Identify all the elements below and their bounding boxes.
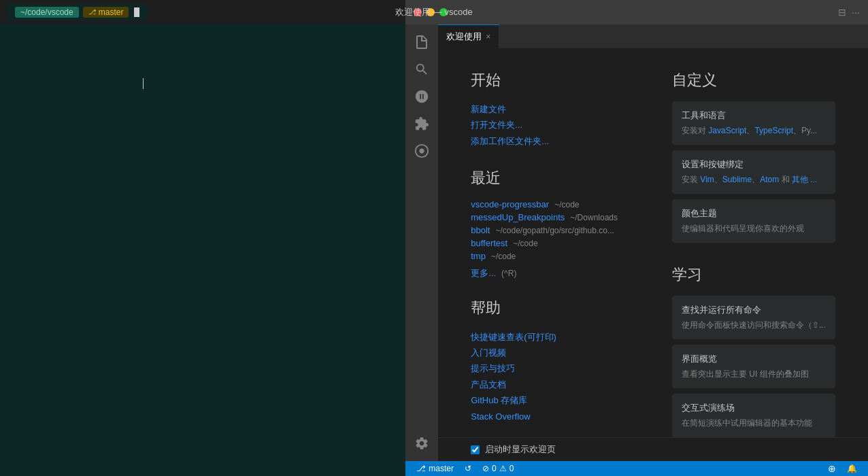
recent-heading: 最近 — [471, 168, 618, 188]
recent-path-0: ~/code — [554, 200, 579, 209]
more-shortcut: (^R) — [501, 269, 516, 278]
vscode-body: 欢迎使用 × 开始 新建文件 打开文件夹... 添加工作区文件夹... — [405, 24, 868, 461]
ts-highlight: TypeScript — [754, 126, 793, 135]
terminal-content[interactable] — [0, 24, 405, 476]
settings-activity-icon — [414, 436, 429, 451]
recent-item-1: messedUp_Breakpoints ~/Downloads — [471, 212, 618, 222]
recent-path-2: ~/code/gopath/go/src/github.co... — [495, 226, 614, 235]
interactive-playground-desc: 在简短演练中试用编辑器的基本功能 — [682, 417, 826, 429]
ui-overview-card[interactable]: 界面概览 查看突出显示主要 UI 组件的叠加图 — [672, 345, 835, 388]
show-welcome-checkbox[interactable] — [471, 445, 480, 454]
welcome-tab-label: 欢迎使用 — [446, 31, 482, 43]
customize-heading: 自定义 — [672, 70, 835, 90]
intro-video-link[interactable]: 入门视频 — [471, 345, 618, 360]
welcome-tab[interactable]: 欢迎使用 × — [438, 24, 499, 48]
welcome-right: 自定义 工具和语言 安装对 JavaScript、TypeScript、Py..… — [672, 70, 835, 415]
recent-name-3[interactable]: buffertest — [471, 238, 507, 248]
remote-status-item[interactable]: ⊕ — [822, 461, 841, 476]
recent-name-0[interactable]: vscode-progressbar — [471, 199, 549, 209]
recent-path-4: ~/code — [491, 252, 516, 261]
tab-close-button[interactable]: × — [486, 32, 490, 41]
color-theme-card-desc: 使编辑器和代码呈现你喜欢的外观 — [682, 222, 826, 235]
tools-card[interactable]: 工具和语言 安装对 JavaScript、TypeScript、Py... — [672, 101, 835, 145]
branch-label: master — [429, 464, 454, 473]
keybindings-ref-link[interactable]: 快捷键速查表(可打印) — [471, 329, 618, 345]
more-row: 更多... (^R) — [471, 265, 618, 281]
branch-status-item[interactable]: ⎇ master — [411, 461, 459, 476]
settings-activity-item[interactable] — [410, 431, 434, 456]
search-activity-item[interactable] — [410, 57, 434, 82]
sublime-highlight: Sublime — [722, 175, 752, 184]
keybindings-card-desc: 安装 Vim、Sublime、Atom 和 其他 ... — [682, 173, 826, 186]
recent-name-2[interactable]: bbolt — [471, 225, 490, 235]
git-activity-icon — [414, 89, 429, 104]
command-palette-title: 查找并运行所有命令 — [682, 304, 826, 316]
warning-icon: ⚠ — [499, 464, 507, 473]
command-palette-card[interactable]: 查找并运行所有命令 使用命令面板快速访问和搜索命令（⇧... — [672, 296, 835, 339]
open-folder-link[interactable]: 打开文件夹... — [471, 117, 618, 133]
vim-highlight: Vim — [700, 175, 714, 184]
more-actions-button[interactable]: ··· — [852, 7, 860, 18]
window-title: 欢迎使用 — vscode — [395, 6, 472, 18]
other-highlight: 其他 ... — [792, 175, 817, 184]
atom-highlight: Atom — [760, 175, 779, 184]
git-activity-item[interactable] — [410, 84, 434, 109]
js-highlight: JavaScript — [708, 126, 746, 135]
recent-item-3: buffertest ~/code — [471, 238, 618, 248]
recent-path-3: ~/code — [513, 239, 537, 248]
terminal-tab[interactable]: ~/code/vscode master — [7, 4, 148, 20]
color-theme-card-title: 颜色主题 — [682, 207, 826, 220]
tips-tricks-link[interactable]: 提示与技巧 — [471, 360, 618, 376]
vscode-panel: 欢迎使用 — vscode ⊟ ··· — [405, 0, 868, 476]
ui-overview-title: 界面概览 — [682, 353, 826, 365]
tab-bar: 欢迎使用 × — [438, 24, 868, 48]
title-actions: ⊟ ··· — [838, 7, 860, 18]
keybindings-card[interactable]: 设置和按键绑定 安装 Vim、Sublime、Atom 和 其他 ... — [672, 150, 835, 194]
explorer-activity-item[interactable] — [410, 30, 434, 54]
docs-link[interactable]: 产品文档 — [471, 377, 618, 392]
recent-name-4[interactable]: tmp — [471, 251, 486, 261]
extensions-activity-item[interactable] — [410, 112, 434, 136]
new-file-link[interactable]: 新建文件 — [471, 101, 618, 117]
welcome-content: 欢迎使用 × 开始 新建文件 打开文件夹... 添加工作区文件夹... — [438, 24, 868, 461]
remote-icon: ⊕ — [828, 463, 836, 474]
start-heading: 开始 — [471, 70, 618, 90]
errors-status-item[interactable]: ⊘ 0 ⚠ 0 — [477, 461, 519, 476]
recent-name-1[interactable]: messedUp_Breakpoints — [471, 212, 565, 222]
files-icon — [414, 34, 430, 50]
welcome-footer: 启动时显示欢迎页 — [438, 437, 868, 461]
split-editor-button[interactable]: ⊟ — [838, 7, 846, 18]
remote-activity-item[interactable] — [410, 139, 434, 163]
interactive-playground-card[interactable]: 交互式演练场 在简短演练中试用编辑器的基本功能 — [672, 394, 835, 437]
help-section: 帮助 快捷键速查表(可打印) 入门视频 提示与技巧 产品文档 GitHub 存储… — [471, 298, 618, 424]
sync-icon: ↺ — [465, 464, 471, 473]
tools-card-title: 工具和语言 — [682, 109, 826, 122]
learn-heading: 学习 — [672, 265, 835, 285]
branch-icon: ⎇ — [416, 464, 426, 473]
status-bar: ⎇ master ↺ ⊘ 0 ⚠ 0 ⊕ 🔔 — [405, 461, 868, 476]
more-link[interactable]: 更多... — [471, 265, 496, 281]
welcome-left: 开始 新建文件 打开文件夹... 添加工作区文件夹... 最近 vscode-p… — [471, 70, 618, 415]
add-workspace-link[interactable]: 添加工作区文件夹... — [471, 133, 618, 149]
activity-bar — [405, 24, 438, 461]
ui-overview-desc: 查看突出显示主要 UI 组件的叠加图 — [682, 368, 826, 380]
show-welcome-label[interactable]: 启动时显示欢迎页 — [485, 443, 556, 456]
error-icon: ⊘ — [482, 464, 489, 473]
learn-section: 学习 查找并运行所有命令 使用命令面板快速访问和搜索命令（⇧... 界面概览 查… — [672, 265, 835, 437]
stackoverflow-link[interactable]: Stack Overflow — [471, 409, 618, 424]
recent-path-1: ~/Downloads — [570, 213, 618, 222]
color-theme-card[interactable]: 颜色主题 使编辑器和代码呈现你喜欢的外观 — [672, 199, 835, 243]
github-repo-link[interactable]: GitHub 存储库 — [471, 392, 618, 408]
title-bar: 欢迎使用 — vscode ⊟ ··· — [405, 0, 868, 24]
keybindings-card-title: 设置和按键绑定 — [682, 158, 826, 171]
terminal-panel: ~/code/vscode master — [0, 0, 405, 476]
sync-status-item[interactable]: ↺ — [459, 461, 477, 476]
warning-count: 0 — [510, 464, 514, 473]
terminal-branch: master — [83, 7, 129, 18]
notification-status-item[interactable]: 🔔 — [841, 461, 863, 476]
recent-section: 最近 vscode-progressbar ~/code messedUp_Br… — [471, 168, 618, 281]
start-section: 开始 新建文件 打开文件夹... 添加工作区文件夹... — [471, 70, 618, 149]
remote-activity-icon — [414, 143, 429, 158]
tools-card-desc: 安装对 JavaScript、TypeScript、Py... — [682, 124, 826, 137]
command-palette-desc: 使用命令面板快速访问和搜索命令（⇧... — [682, 319, 826, 331]
